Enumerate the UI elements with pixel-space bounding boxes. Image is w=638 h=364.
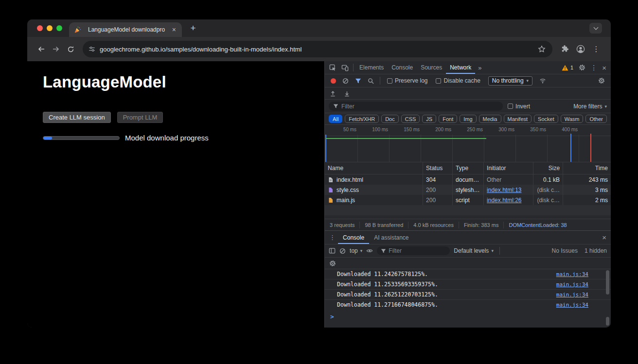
profile-avatar-button[interactable] xyxy=(573,42,588,56)
network-settings-button[interactable] xyxy=(596,74,607,87)
filter-toggle-button[interactable] xyxy=(353,74,364,87)
initiator-link[interactable]: index.html:13 xyxy=(487,187,521,193)
chip-other[interactable]: Other xyxy=(585,115,607,123)
devtools-tab-sources[interactable]: Sources xyxy=(417,61,446,74)
console-sidebar-button[interactable] xyxy=(329,247,336,254)
network-filter-box[interactable] xyxy=(329,102,503,111)
chip-css[interactable]: CSS xyxy=(401,115,420,123)
console-filter-box[interactable] xyxy=(377,246,450,255)
column-header-name[interactable]: Name xyxy=(325,162,423,174)
table-row[interactable]: index.html 304 docum… Other 0.1 kB 243 m… xyxy=(325,174,611,185)
devtools-menu-button[interactable]: ⋮ xyxy=(588,61,600,74)
chip-all[interactable]: All xyxy=(329,115,342,123)
site-info-icon[interactable] xyxy=(89,46,95,52)
devtools-tab-elements[interactable]: Elements xyxy=(355,61,388,74)
console-message: Downloaded 11.26251220703125%. main.js:3… xyxy=(325,290,611,300)
new-tab-button[interactable]: + xyxy=(187,23,199,34)
disable-cache-label: Disable cache xyxy=(443,77,480,84)
console-message-source-link[interactable]: main.js:34 xyxy=(556,302,588,308)
network-conditions-button[interactable] xyxy=(537,74,549,87)
invert-checkbox[interactable] xyxy=(508,104,513,109)
ruler-tick: 50 ms xyxy=(328,127,356,132)
record-network-log-button[interactable] xyxy=(331,78,336,84)
drawer-tab-ai-assistance[interactable]: AI assistance xyxy=(369,231,413,244)
log-levels-dropdown[interactable]: Default levels ▾ xyxy=(454,247,494,254)
inspect-element-button[interactable] xyxy=(327,61,339,74)
table-row[interactable]: main.js 200 script index.html:26 (disk c… xyxy=(325,195,611,205)
request-size: (disk c… xyxy=(533,195,563,205)
minimize-window-button[interactable] xyxy=(47,25,53,31)
devtools-close-button[interactable]: × xyxy=(600,61,609,74)
column-header-type[interactable]: Type xyxy=(453,162,484,174)
extensions-button[interactable] xyxy=(557,42,573,56)
browser-tab[interactable]: LanguageModel downloadpro × xyxy=(69,22,182,37)
browser-menu-button[interactable]: ⋮ xyxy=(588,42,604,56)
console-drawer: ⋮ Console AI assistance × top xyxy=(325,230,611,328)
live-expression-button[interactable] xyxy=(366,247,373,254)
devtools-tab-network[interactable]: Network xyxy=(446,61,475,74)
chip-wasm[interactable]: Wasm xyxy=(561,115,584,123)
chip-media[interactable]: Media xyxy=(479,115,501,123)
column-header-initiator[interactable]: Initiator xyxy=(484,162,533,174)
column-header-size[interactable]: Size xyxy=(533,162,563,174)
address-bar[interactable]: googlechrome.github.io/samples/downloadi… xyxy=(83,41,552,57)
chip-font[interactable]: Font xyxy=(439,115,457,123)
request-name: index.html xyxy=(337,176,363,183)
preserve-log-checkbox[interactable] xyxy=(387,78,392,84)
search-button[interactable] xyxy=(365,74,376,87)
clear-console-button[interactable] xyxy=(339,248,346,254)
network-filter-input[interactable] xyxy=(341,103,498,110)
drawer-scrollbar-thumb[interactable] xyxy=(606,317,609,326)
reload-button[interactable] xyxy=(63,42,78,56)
network-overview[interactable]: 50 ms 100 ms 150 ms 200 ms 250 ms 300 ms… xyxy=(325,125,611,162)
issues-status[interactable]: No Issues xyxy=(552,247,578,254)
requests-count: 3 requests xyxy=(325,222,360,228)
issues-warning-badge[interactable]: 1 xyxy=(559,65,576,71)
console-scrollbar-thumb[interactable] xyxy=(606,270,609,295)
chip-js[interactable]: JS xyxy=(422,115,436,123)
devtools-tabbar: Elements Console Sources Network » 1 ⋮ × xyxy=(325,61,611,74)
console-filter-input[interactable] xyxy=(389,247,446,254)
tab-close-button[interactable]: × xyxy=(171,26,177,33)
close-window-button[interactable] xyxy=(37,25,43,31)
column-header-status[interactable]: Status xyxy=(423,162,453,174)
console-message-source-link[interactable]: main.js:34 xyxy=(556,281,588,288)
console-settings-button[interactable] xyxy=(329,260,336,267)
clear-network-log-button[interactable] xyxy=(340,74,351,87)
forward-button[interactable] xyxy=(49,42,63,56)
import-har-button[interactable] xyxy=(330,90,336,97)
drawer-tab-console[interactable]: Console xyxy=(338,231,369,244)
disable-cache-checkbox[interactable] xyxy=(436,78,441,84)
create-llm-session-button[interactable]: Create LLM session xyxy=(43,112,111,123)
ruler-tick: 350 ms xyxy=(518,127,546,132)
console-message-source-link[interactable]: main.js:34 xyxy=(556,271,588,277)
prompt-llm-button[interactable]: Prompt LLM xyxy=(117,112,163,123)
network-filter-row: Invert More filters ▾ xyxy=(325,100,611,113)
chip-img[interactable]: Img xyxy=(460,115,476,123)
maximize-window-button[interactable] xyxy=(56,25,62,31)
tab-search-button[interactable] xyxy=(589,23,602,34)
page-title: LanguageModel xyxy=(43,73,324,91)
table-row[interactable]: style.css 200 stylesh… index.html:13 (di… xyxy=(325,185,611,195)
chip-doc[interactable]: Doc xyxy=(381,115,399,123)
devtools-settings-button[interactable] xyxy=(576,61,588,74)
drawer-close-button[interactable]: × xyxy=(600,231,609,244)
throttling-select[interactable]: No throttling ▾ xyxy=(488,76,532,86)
device-toolbar-button[interactable] xyxy=(339,61,351,74)
devtools-tab-console[interactable]: Console xyxy=(388,61,417,74)
console-context-selector[interactable]: top ▾ xyxy=(350,247,362,254)
back-button[interactable] xyxy=(34,42,49,56)
initiator-link[interactable]: index.html:26 xyxy=(487,197,521,204)
chip-manifest[interactable]: Manifest xyxy=(504,115,532,123)
chip-socket[interactable]: Socket xyxy=(534,115,558,123)
more-filters-dropdown[interactable]: More filters ▾ xyxy=(573,103,607,110)
drawer-menu-button[interactable]: ⋮ xyxy=(327,231,338,244)
column-header-time[interactable]: Time xyxy=(563,162,611,174)
export-har-button[interactable] xyxy=(344,90,350,97)
bookmark-star-button[interactable] xyxy=(534,42,549,56)
console-message-source-link[interactable]: main.js:34 xyxy=(556,292,588,298)
console-prompt[interactable]: > xyxy=(325,310,611,328)
chip-fetch-xhr[interactable]: Fetch/XHR xyxy=(345,115,379,123)
more-panels-button[interactable]: » xyxy=(475,64,484,71)
document-file-icon xyxy=(328,177,334,183)
